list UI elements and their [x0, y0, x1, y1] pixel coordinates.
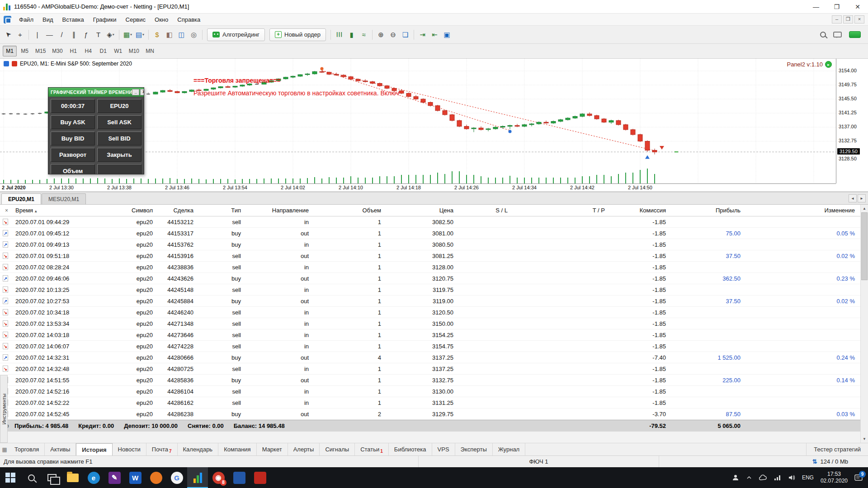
- bars-chart-button[interactable]: ☰: [333, 28, 345, 41]
- sell-ask-button[interactable]: Sell ASK: [97, 115, 142, 129]
- toolbox-tab-library[interactable]: Библиотека: [389, 443, 432, 455]
- candles-chart-button[interactable]: ▮: [345, 28, 358, 41]
- history-row[interactable]: ↘2020.07.02 10:13:25epu2044245148sellin1…: [0, 284, 860, 296]
- minimize-button[interactable]: —: [806, 0, 826, 13]
- timeframe-M15[interactable]: M15: [33, 46, 48, 56]
- toolbox-tab-history[interactable]: История: [76, 443, 112, 455]
- algo-trading-button[interactable]: Алготрейдинг: [207, 28, 265, 41]
- scroll-up-icon[interactable]: ▲: [861, 205, 868, 212]
- chart-minimize-button[interactable]: –: [832, 15, 842, 23]
- price-scale[interactable]: 3154.003149.753145.503141.253137.003132.…: [836, 59, 868, 183]
- volume-button[interactable]: Объем: [51, 164, 95, 174]
- column-header-8[interactable]: T / P: [513, 207, 610, 214]
- sell-bid-button[interactable]: Sell BID: [97, 131, 142, 145]
- signal-icon[interactable]: [774, 474, 781, 481]
- taskbar-app-g[interactable]: G: [166, 467, 187, 488]
- toolbox-tab-trade[interactable]: Торговля: [9, 443, 45, 455]
- taskbar-file-explorer[interactable]: [62, 467, 83, 488]
- profiles-button[interactable]: ▤▾: [134, 28, 146, 41]
- column-header-0[interactable]: Время ▲: [14, 207, 118, 214]
- speaker-icon[interactable]: [788, 474, 795, 481]
- trendline-tool-button[interactable]: /: [56, 28, 68, 41]
- history-row[interactable]: ↘2020.07.02 13:53:34epu2044271348sellin1…: [0, 318, 860, 329]
- channel-tool-button[interactable]: ∥: [68, 28, 80, 41]
- column-header-3[interactable]: Тип: [199, 207, 246, 214]
- history-row[interactable]: ↗2020.07.02 14:52:45epu2044286238buyout2…: [0, 408, 860, 420]
- notifications-icon[interactable]: 9: [854, 474, 863, 481]
- history-scrollbar[interactable]: ▲ ▼: [860, 205, 868, 443]
- timer-countdown[interactable]: 00:00:37: [51, 99, 95, 113]
- text-tool-button[interactable]: T: [92, 28, 104, 41]
- timeframe-M1[interactable]: M1: [3, 46, 17, 56]
- timeframe-H1[interactable]: H1: [66, 46, 80, 56]
- history-row[interactable]: ↗2020.07.02 10:27:53epu2044245884buyout1…: [0, 296, 860, 307]
- toolbox-grid-icon[interactable]: ▦: [0, 446, 9, 453]
- taskbar-word[interactable]: W: [125, 467, 146, 488]
- column-header-11[interactable]: Изменение: [746, 207, 860, 214]
- toolbox-tab-mail[interactable]: Почта7: [146, 443, 178, 455]
- cursor-tool-button[interactable]: ➤: [2, 28, 14, 41]
- shapes-tool-button[interactable]: ◈▾: [104, 28, 117, 41]
- column-header-5[interactable]: Объем: [314, 207, 387, 214]
- history-row[interactable]: ↘2020.07.02 08:28:24epu2044238836sellin1…: [0, 262, 860, 273]
- broadcast-button[interactable]: ◎: [188, 28, 200, 41]
- restore-button[interactable]: ❐: [826, 0, 847, 13]
- chart-restore-button[interactable]: ❐: [843, 15, 853, 23]
- taskbar-app-purple[interactable]: ✎: [104, 467, 125, 488]
- history-row[interactable]: ↗2020.07.02 14:51:55epu2044285836buyout1…: [0, 375, 860, 386]
- menu-charts[interactable]: Графики: [89, 14, 121, 25]
- chart-tab-epu20[interactable]: EPU20,M1: [1, 193, 41, 204]
- trade-dialog-button[interactable]: $: [151, 28, 163, 41]
- toolbox-tab-assets[interactable]: Активы: [45, 443, 76, 455]
- close-position-button[interactable]: Закрыть: [97, 148, 142, 162]
- taskbar-app-blue[interactable]: [229, 467, 250, 488]
- chart-shift-button[interactable]: ⇤: [429, 28, 441, 41]
- taskbar-app-red-badged[interactable]: ◉8: [208, 467, 229, 488]
- taskbar-search[interactable]: [21, 467, 42, 488]
- history-row[interactable]: ↘2020.07.02 14:32:48epu2044280725sellin1…: [0, 363, 860, 375]
- history-row[interactable]: ↘2020.07.02 14:06:07epu2044274228sellin1…: [0, 341, 860, 352]
- timeframe-D1[interactable]: D1: [96, 46, 110, 56]
- chart-tab-mesu20[interactable]: MESU20,M1: [42, 193, 86, 204]
- auto-scroll-button[interactable]: ⇥: [416, 28, 429, 41]
- toolbox-tab-company[interactable]: Компания: [218, 443, 257, 455]
- menu-window[interactable]: Окно: [150, 14, 173, 25]
- column-header-6[interactable]: Цена: [387, 207, 459, 214]
- history-row[interactable]: ↘2020.07.02 14:03:18epu2044273646sellin1…: [0, 329, 860, 341]
- history-row[interactable]: ↘2020.07.02 10:34:18epu2044246240sellin1…: [0, 307, 860, 318]
- new-order-button[interactable]: + Новый ордер: [269, 28, 326, 41]
- menu-view[interactable]: Вид: [38, 14, 58, 25]
- toolbox-tab-calendar[interactable]: Календарь: [178, 443, 219, 455]
- timeframe-MN[interactable]: MN: [143, 46, 157, 56]
- tile-windows-button[interactable]: ❏: [399, 28, 411, 41]
- column-header-10[interactable]: Прибыль: [671, 207, 746, 214]
- tray-chevron-icon[interactable]: [746, 474, 752, 481]
- history-row[interactable]: ↗2020.07.02 09:46:06epu2044243626buyout1…: [0, 273, 860, 284]
- timeframe-M10[interactable]: M10: [126, 46, 142, 56]
- history-row[interactable]: ↘2020.07.01 09:51:18epu2044153916sellout…: [0, 250, 860, 262]
- buy-bid-button[interactable]: Buy BID: [51, 131, 95, 145]
- timer-close-button[interactable]: X: [140, 89, 144, 95]
- taskbar-clock[interactable]: 17:53 02.07.2020: [821, 471, 848, 484]
- column-header-7[interactable]: S / L: [459, 207, 513, 214]
- new-chart-button[interactable]: ▦▾: [122, 28, 134, 41]
- menu-help[interactable]: Справка: [173, 14, 205, 25]
- toolbox-tab-articles[interactable]: Статьи1: [355, 443, 389, 455]
- timer-panel-titlebar[interactable]: ГРАФИЧЕСКИЙ ТАЙМЕР ВРЕМЕНИ _ X: [48, 88, 144, 97]
- horizontal-line-tool-button[interactable]: —: [43, 28, 56, 41]
- toolbox-tab-alerts[interactable]: Алерты: [288, 443, 320, 455]
- menu-file[interactable]: Файл: [14, 14, 38, 25]
- timeframe-H4[interactable]: H4: [81, 46, 95, 56]
- taskbar-edge-browser[interactable]: e: [83, 467, 104, 488]
- menu-service[interactable]: Сервис: [121, 14, 151, 25]
- market-depth-button[interactable]: ◫: [175, 28, 188, 41]
- zoom-in-button[interactable]: ⊕: [375, 28, 387, 41]
- toolbox-tab-journal[interactable]: Журнал: [493, 443, 525, 455]
- column-header-2[interactable]: Сделка: [158, 207, 199, 214]
- toolbox-side-tab[interactable]: Инструменты: [0, 375, 8, 443]
- fibonacci-tool-button[interactable]: ƒ: [80, 28, 92, 41]
- column-header-9[interactable]: Комиссия: [610, 207, 671, 214]
- tabs-scroll-left-icon[interactable]: ◂: [849, 194, 857, 202]
- vertical-line-tool-button[interactable]: |: [31, 28, 43, 41]
- history-row[interactable]: ↗2020.07.01 09:45:12epu2044153317buyout1…: [0, 228, 860, 239]
